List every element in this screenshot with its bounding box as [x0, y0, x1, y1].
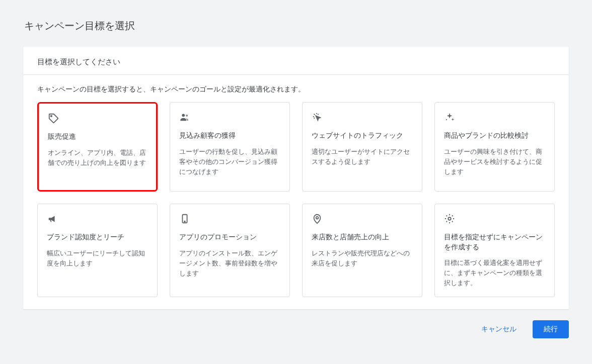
tag-icon: [48, 113, 147, 125]
goal-title: 来店数と店舗売上の向上: [312, 232, 413, 242]
goal-desc: ユーザーの行動を促し、見込み顧客やその他のコンバージョン獲得につなげます: [179, 147, 280, 177]
goal-desc: 幅広いユーザーにリーチして認知度を向上します: [47, 248, 148, 268]
goal-no-goal[interactable]: 目標を指定せずにキャンペーンを作成する 目標に基づく最適化案を適用せずに、まずキ…: [434, 204, 555, 297]
people-icon: [179, 112, 280, 124]
goal-store-visits[interactable]: 来店数と店舗売上の向上 レストランや販売代理店などへの来店を促します: [302, 204, 422, 297]
goal-app[interactable]: アプリのプロモーション アプリのインストール数、エンゲージメント数、事前登録数を…: [170, 204, 290, 297]
continue-button[interactable]: 続行: [533, 320, 569, 338]
megaphone-icon: [47, 213, 148, 225]
goal-title: 見込み顧客の獲得: [179, 131, 280, 141]
gear-icon: [444, 213, 545, 225]
goal-desc: 目標に基づく最適化案を適用せずに、まずキャンペーンの種類を選択します。: [444, 258, 545, 288]
svg-point-6: [316, 217, 319, 219]
location-pin-icon: [312, 213, 413, 225]
svg-point-1: [182, 114, 185, 117]
svg-point-0: [51, 116, 52, 117]
goal-traffic[interactable]: ウェブサイトのトラフィック 適切なユーザーがサイトにアクセスするよう促します: [302, 102, 422, 192]
cursor-click-icon: [312, 112, 413, 124]
goal-consideration[interactable]: 商品やブランドの比較検討 ユーザーの興味を引き付けて、商品やサービスを検討するよ…: [434, 102, 555, 192]
svg-point-3: [446, 119, 447, 120]
svg-point-7: [448, 217, 451, 220]
goal-awareness[interactable]: ブランド認知度とリーチ 幅広いユーザーにリーチして認知度を向上します: [37, 204, 158, 297]
page-title: キャンペーン目標を選択: [0, 0, 592, 33]
goal-leads[interactable]: 見込み顧客の獲得 ユーザーの行動を促し、見込み顧客やその他のコンバージョン獲得に…: [170, 102, 290, 192]
goal-desc: レストランや販売代理店などへの来店を促します: [312, 248, 413, 268]
goal-selection-card: 目標を選択してください キャンペーンの目標を選択すると、キャンペーンのゴールと設…: [23, 47, 569, 309]
goal-desc: オンライン、アプリ内、電話、店舗での売り上げの向上を図ります: [48, 148, 147, 168]
smartphone-icon: [179, 213, 280, 225]
goals-grid: 販売促進 オンライン、アプリ内、電話、店舗での売り上げの向上を図ります 見込み顧…: [23, 102, 569, 297]
goal-desc: ユーザーの興味を引き付けて、商品やサービスを検討するように促します: [444, 147, 545, 177]
cancel-button[interactable]: キャンセル: [475, 321, 523, 338]
goal-title: ブランド認知度とリーチ: [47, 232, 148, 242]
goal-title: アプリのプロモーション: [179, 232, 280, 242]
goal-title: 目標を指定せずにキャンペーンを作成する: [444, 232, 545, 252]
goal-desc: アプリのインストール数、エンゲージメント数、事前登録数を増やします: [179, 248, 280, 279]
action-bar: キャンセル 続行: [0, 309, 592, 338]
sparkle-icon: [444, 112, 545, 124]
goal-desc: 適切なユーザーがサイトにアクセスするよう促します: [312, 147, 413, 167]
goal-title: 商品やブランドの比較検討: [444, 131, 545, 141]
goal-sales[interactable]: 販売促進 オンライン、アプリ内、電話、店舗での売り上げの向上を図ります: [37, 102, 158, 192]
section-title: 目標を選択してください: [23, 47, 569, 75]
goal-title: 販売促進: [48, 132, 147, 142]
svg-point-5: [184, 221, 185, 222]
goal-title: ウェブサイトのトラフィック: [312, 131, 413, 141]
section-subtitle: キャンペーンの目標を選択すると、キャンペーンのゴールと設定が最適化されます。: [23, 75, 569, 102]
svg-point-2: [186, 115, 188, 117]
